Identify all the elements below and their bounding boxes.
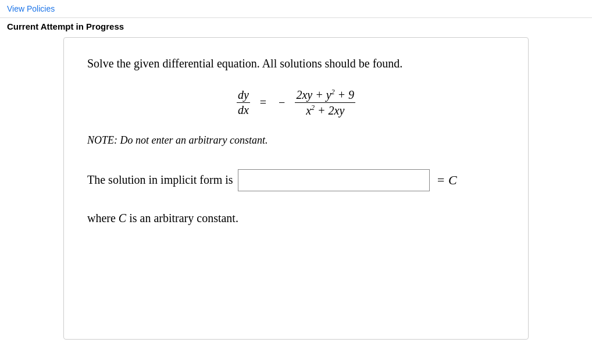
lhs-numerator: dy: [237, 88, 250, 103]
problem-statement: Solve the given differential equation. A…: [87, 55, 505, 72]
current-attempt-header: Current Attempt in Progress: [0, 18, 592, 37]
equation-block: dy dx = − 2xy + y2 + 9 x2 + 2xy: [87, 88, 505, 117]
problem-statement-text: Solve the given differential equation. A…: [87, 57, 402, 70]
solution-input[interactable]: [238, 169, 430, 191]
solution-row: The solution in implicit form is = C: [87, 169, 505, 191]
lhs-fraction: dy dx: [237, 88, 250, 117]
equals-c-label: = C: [437, 173, 457, 188]
where-text: where C is an arbitrary constant.: [87, 210, 505, 226]
note-label: NOTE: Do not enter an arbitrary constant…: [87, 134, 268, 146]
rhs-fraction: 2xy + y2 + 9 x2 + 2xy: [295, 88, 355, 117]
equals-sign: =: [260, 96, 266, 109]
rhs-denominator: x2 + 2xy: [305, 103, 345, 117]
lhs-denominator: dx: [237, 103, 250, 117]
top-bar: View Policies: [0, 0, 592, 18]
note-text: NOTE: Do not enter an arbitrary constant…: [87, 133, 505, 148]
current-attempt-label: Current Attempt in Progress: [7, 22, 124, 31]
solution-label: The solution in implicit form is: [87, 173, 233, 187]
c-variable: C: [119, 212, 126, 224]
question-box: Solve the given differential equation. A…: [63, 37, 529, 340]
view-policies-link[interactable]: View Policies: [7, 4, 55, 13]
rhs-numerator: 2xy + y2 + 9: [295, 88, 355, 103]
minus-sign: −: [279, 96, 285, 109]
